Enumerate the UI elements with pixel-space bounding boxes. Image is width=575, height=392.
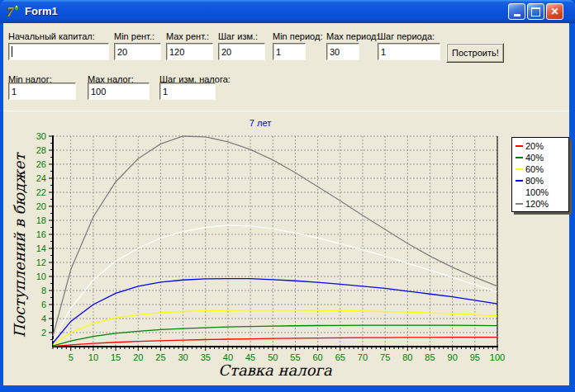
y-tick-label: 22 [36,187,46,197]
y-tick-label: 26 [36,159,46,169]
legend-series-dash-icon [516,191,523,193]
legend-series-dash-icon [516,145,523,147]
legend-series-dash-icon [516,203,523,205]
capital-input[interactable] [8,43,109,60]
x-tick-label: 70 [358,352,368,362]
legend-series-label: 80% [525,176,544,186]
maximize-button[interactable] [527,3,544,20]
y-tick-label: 6 [41,300,46,309]
step-rent-label: Шаг изм.: [218,31,258,41]
y-tick-label: 18 [36,215,46,225]
build-button[interactable]: Построить! [446,43,504,63]
legend-series-dash-icon [516,157,523,158]
app-window: 7 Form1 ✕ Начальный капитал: Min рент.: … [0,0,575,392]
legend-item: 100% [512,187,568,198]
legend-item: 40% [512,152,568,163]
close-button[interactable]: ✕ [546,3,563,20]
minimize-icon [514,14,520,17]
legend-item: 120% [512,198,568,210]
legend-item: 20% [512,140,568,152]
step-rent-input[interactable] [218,43,265,60]
minimize-button[interactable] [508,3,525,20]
legend-series-label: 40% [525,153,544,163]
max-period-label: Max период: [326,31,379,41]
legend-series-label: 20% [525,141,544,151]
legend-item: 60% [512,163,568,175]
close-icon: ✕ [550,7,558,17]
chart-legend: 20%40%60%80%100%120% [511,137,569,212]
series-line-20% [53,338,497,347]
x-tick-label: 15 [111,352,121,362]
max-period-input[interactable] [326,43,359,60]
y-tick-label: 30 [36,131,46,141]
legend-series-label: 100% [525,187,549,197]
series-line-40% [53,325,497,346]
y-tick-label: 10 [36,272,46,281]
step-tax-input[interactable] [159,83,216,100]
y-tick-label: 16 [36,229,46,239]
y-tick-label: 14 [36,243,46,253]
title-bar[interactable]: 7 Form1 ✕ [0,0,575,23]
min-rent-input[interactable] [114,43,161,60]
x-tick-label: 20 [133,352,143,362]
text-caret [12,46,12,57]
step-period-input[interactable] [378,43,440,60]
step-period-label: Шаг периода: [378,31,435,41]
x-tick-label: 10 [88,352,98,362]
x-tick-label: 90 [448,352,458,362]
series-line-100% [53,225,497,341]
chart-plot: 5101520253035404550556065707580859095100… [0,111,575,385]
legend-series-label: 60% [525,164,544,174]
y-tick-label: 2 [41,328,46,338]
x-tick-label: 85 [425,352,435,362]
y-tick-label: 28 [36,145,46,155]
capital-label: Начальный капитал: [8,31,95,41]
min-rent-label: Min рент.: [114,31,154,41]
min-period-label: Min период: [273,31,322,41]
y-tick-label: 4 [41,314,46,324]
x-tick-label: 80 [402,352,412,362]
maximize-icon [531,7,540,17]
y-tick-label: 20 [36,201,46,211]
min-tax-input[interactable] [8,83,76,100]
x-axis-title: Ставка налога [207,361,344,379]
series-line-120% [53,136,497,336]
delphi-app-icon: 7 [6,4,21,19]
max-tax-input[interactable] [88,83,150,100]
x-tick-label: 75 [380,352,390,362]
y-tick-label: 24 [36,173,46,183]
x-tick-label: 30 [178,352,188,362]
min-period-input[interactable] [273,43,306,60]
legend-series-dash-icon [516,168,523,170]
legend-series-label: 120% [525,199,549,209]
x-tick-label: 5 [69,352,74,362]
x-tick-label: 100 [490,352,505,362]
max-rent-input[interactable] [166,43,213,60]
y-tick-label: 8 [41,286,46,295]
svg-text:7: 7 [7,5,14,19]
series-line-60% [53,310,497,345]
max-rent-label: Max рент.: [166,31,209,41]
y-axis-title: Поступлений в бюджет [11,147,28,345]
x-tick-label: 25 [155,352,165,362]
window-title: Form1 [25,5,58,17]
x-tick-label: 95 [470,352,480,362]
y-tick-label: 12 [36,257,46,267]
legend-item: 80% [512,175,568,187]
legend-series-dash-icon [516,180,523,182]
